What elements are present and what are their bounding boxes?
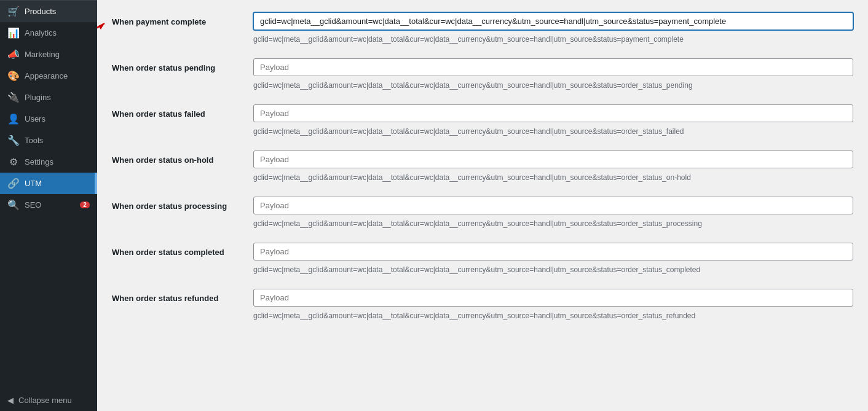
sidebar-item-label: UTM bbox=[25, 179, 90, 188]
order-onhold-hint-row: gclid=wc|meta__gclid&amount=wc|data__tot… bbox=[112, 171, 853, 182]
red-arrow-annotation bbox=[97, 18, 109, 43]
order-processing-section: When order status processing gclid=wc|me… bbox=[112, 197, 853, 228]
payment-complete-section: When payment complete gclid=wc|meta__gcl… bbox=[112, 12, 853, 44]
order-pending-row: When order status pending bbox=[112, 58, 853, 76]
order-failed-row: When order status failed bbox=[112, 104, 853, 122]
plugins-icon: 🔌 bbox=[7, 92, 20, 103]
order-onhold-section: When order status on-hold gclid=wc|meta_… bbox=[112, 151, 853, 182]
collapse-menu-button[interactable]: ◀ Collapse menu bbox=[0, 389, 97, 411]
order-onhold-input[interactable] bbox=[253, 151, 853, 168]
sidebar-item-label: Tools bbox=[25, 136, 90, 145]
sidebar-item-label: Appearance bbox=[25, 71, 90, 80]
order-completed-hint: gclid=wc|meta__gclid&amount=wc|data__tot… bbox=[253, 265, 700, 274]
products-icon: 🛒 bbox=[7, 6, 20, 17]
sidebar: 🛒 Products 📊 Analytics 📣 Marketing 🎨 App… bbox=[0, 0, 97, 411]
order-pending-input[interactable] bbox=[253, 58, 853, 76]
order-pending-field-wrapper bbox=[253, 58, 853, 76]
order-failed-field-wrapper bbox=[253, 104, 853, 122]
order-onhold-field-wrapper bbox=[253, 151, 853, 168]
main-content: When payment complete gclid=wc|meta__gcl… bbox=[97, 0, 868, 411]
order-onhold-hint: gclid=wc|meta__gclid&amount=wc|data__tot… bbox=[253, 173, 691, 182]
order-failed-input[interactable] bbox=[253, 104, 853, 122]
sidebar-item-label: Analytics bbox=[25, 28, 90, 37]
users-icon: 👤 bbox=[7, 113, 20, 125]
sidebar-item-appearance[interactable]: 🎨 Appearance bbox=[0, 65, 97, 87]
sidebar-item-label: Users bbox=[25, 114, 90, 123]
order-processing-hint-row: gclid=wc|meta__gclid&amount=wc|data__tot… bbox=[112, 217, 853, 228]
order-refunded-label: When order status refunded bbox=[112, 289, 241, 303]
svg-line-0 bbox=[97, 23, 105, 37]
marketing-icon: 📣 bbox=[7, 49, 20, 60]
order-completed-input[interactable] bbox=[253, 243, 853, 260]
payment-complete-row: When payment complete bbox=[112, 12, 853, 30]
order-onhold-label: When order status on-hold bbox=[112, 151, 241, 165]
payment-complete-hint: gclid=wc|meta__gclid&amount=wc|data__tot… bbox=[253, 35, 684, 44]
seo-badge: 2 bbox=[80, 202, 90, 208]
payment-complete-hint-row: gclid=wc|meta__gclid&amount=wc|data__tot… bbox=[112, 33, 853, 44]
svg-marker-1 bbox=[98, 23, 105, 29]
analytics-icon: 📊 bbox=[7, 27, 20, 39]
utm-icon: 🔗 bbox=[7, 178, 20, 189]
order-refunded-row: When order status refunded bbox=[112, 289, 853, 307]
payment-complete-input[interactable] bbox=[253, 12, 853, 30]
payment-complete-field-wrapper bbox=[253, 12, 853, 30]
appearance-icon: 🎨 bbox=[7, 70, 20, 82]
sidebar-item-seo[interactable]: 🔍 SEO 2 bbox=[0, 194, 97, 216]
sidebar-item-settings[interactable]: ⚙ Settings bbox=[0, 151, 97, 173]
order-failed-hint: gclid=wc|meta__gclid&amount=wc|data__tot… bbox=[253, 127, 684, 136]
sidebar-item-label: Marketing bbox=[25, 50, 90, 59]
sidebar-item-marketing[interactable]: 📣 Marketing bbox=[0, 44, 97, 65]
sidebar-item-products[interactable]: 🛒 Products bbox=[0, 0, 97, 22]
sidebar-item-utm[interactable]: 🔗 UTM bbox=[0, 173, 97, 194]
order-refunded-field-wrapper bbox=[253, 289, 853, 307]
order-processing-row: When order status processing bbox=[112, 197, 853, 214]
order-refunded-section: When order status refunded gclid=wc|meta… bbox=[112, 289, 853, 320]
tools-icon: 🔧 bbox=[7, 135, 20, 146]
order-refunded-hint: gclid=wc|meta__gclid&amount=wc|data__tot… bbox=[253, 311, 695, 320]
sidebar-item-label: Products bbox=[25, 7, 90, 16]
order-onhold-row: When order status on-hold bbox=[112, 151, 853, 168]
order-failed-section: When order status failed gclid=wc|meta__… bbox=[112, 104, 853, 136]
order-processing-label: When order status processing bbox=[112, 197, 241, 211]
sidebar-item-plugins[interactable]: 🔌 Plugins bbox=[0, 87, 97, 108]
order-completed-field-wrapper bbox=[253, 243, 853, 260]
order-completed-label: When order status completed bbox=[112, 243, 241, 257]
sidebar-item-label: Settings bbox=[25, 157, 90, 166]
order-processing-hint: gclid=wc|meta__gclid&amount=wc|data__tot… bbox=[253, 219, 702, 228]
sidebar-item-users[interactable]: 👤 Users bbox=[0, 108, 97, 130]
order-processing-input[interactable] bbox=[253, 197, 853, 214]
order-failed-label: When order status failed bbox=[112, 104, 241, 119]
order-completed-section: When order status completed gclid=wc|met… bbox=[112, 243, 853, 274]
sidebar-item-analytics[interactable]: 📊 Analytics bbox=[0, 22, 97, 44]
collapse-icon: ◀ bbox=[7, 396, 14, 405]
order-pending-section: When order status pending gclid=wc|meta_… bbox=[112, 58, 853, 90]
sidebar-item-label: Plugins bbox=[25, 93, 90, 102]
order-pending-hint-row: gclid=wc|meta__gclid&amount=wc|data__tot… bbox=[112, 79, 853, 90]
sidebar-item-label: SEO bbox=[25, 200, 75, 209]
order-completed-hint-row: gclid=wc|meta__gclid&amount=wc|data__tot… bbox=[112, 263, 853, 274]
settings-icon: ⚙ bbox=[7, 156, 20, 168]
order-refunded-input[interactable] bbox=[253, 289, 853, 307]
sidebar-item-tools[interactable]: 🔧 Tools bbox=[0, 130, 97, 151]
order-pending-label: When order status pending bbox=[112, 58, 241, 72]
order-processing-field-wrapper bbox=[253, 197, 853, 214]
payment-complete-label: When payment complete bbox=[112, 12, 241, 26]
collapse-label: Collapse menu bbox=[18, 396, 72, 405]
order-failed-hint-row: gclid=wc|meta__gclid&amount=wc|data__tot… bbox=[112, 125, 853, 136]
order-completed-row: When order status completed bbox=[112, 243, 853, 260]
seo-icon: 🔍 bbox=[7, 199, 20, 211]
order-pending-hint: gclid=wc|meta__gclid&amount=wc|data__tot… bbox=[253, 81, 693, 90]
order-refunded-hint-row: gclid=wc|meta__gclid&amount=wc|data__tot… bbox=[112, 309, 853, 320]
